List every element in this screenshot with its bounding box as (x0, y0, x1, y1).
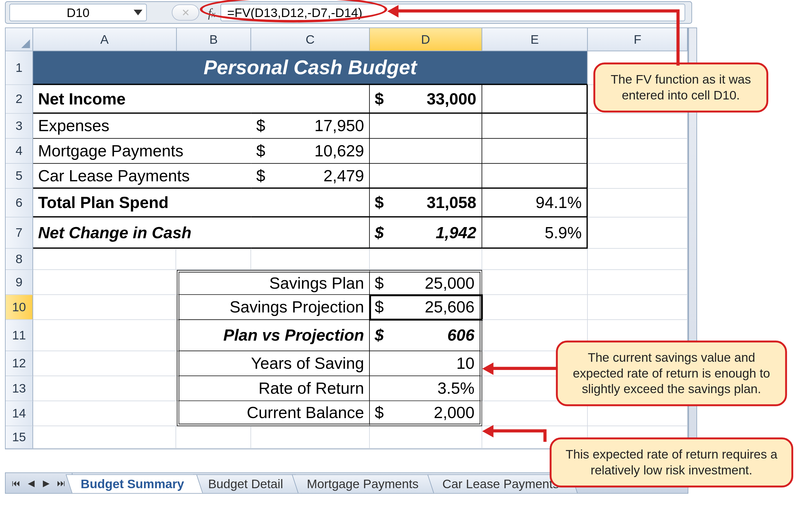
cell-D10[interactable]: $25,606 (370, 295, 482, 320)
row-header-2[interactable]: 2 (6, 85, 33, 114)
cell-F9[interactable] (588, 270, 688, 295)
row-header-3[interactable]: 3 (6, 114, 33, 139)
cell-D2[interactable]: $33,000 (370, 85, 482, 114)
cell-E6[interactable]: 94.1% (482, 189, 588, 217)
row-header-12[interactable]: 12 (6, 351, 33, 376)
cell-A5[interactable]: Car Lease Payments (33, 164, 251, 189)
cell-E9[interactable] (482, 270, 588, 295)
cell-A15[interactable] (33, 426, 177, 449)
cell-C3[interactable]: $17,950 (251, 114, 370, 139)
row-header-6[interactable]: 6 (6, 189, 33, 217)
dollar-sign: $ (256, 166, 265, 185)
row-header-14[interactable]: 14 (6, 401, 33, 426)
fx-icon[interactable]: fx (208, 5, 215, 20)
tab-mortgage-payments[interactable]: Mortgage Payments (291, 474, 437, 493)
cell-D7[interactable]: $1,942 (370, 217, 482, 249)
cell-A14[interactable] (33, 401, 177, 426)
dollar-sign: $ (256, 141, 265, 161)
row-header-8[interactable]: 8 (6, 249, 33, 270)
cell-BC13[interactable]: Rate of Return (177, 376, 370, 401)
col-header-F[interactable]: F (588, 28, 688, 51)
cell-D3[interactable] (370, 114, 482, 139)
cell-F3[interactable] (588, 114, 688, 139)
name-box[interactable]: D10 (9, 4, 147, 21)
cell-D4[interactable] (370, 139, 482, 164)
col-header-A[interactable]: A (33, 28, 177, 51)
cell-F10[interactable] (588, 295, 688, 320)
cell-D11[interactable]: $606 (370, 320, 482, 352)
tab-nav-last-icon[interactable]: ⏭ (54, 476, 68, 490)
row-header-5[interactable]: 5 (6, 164, 33, 189)
cell-D14[interactable]: $2,000 (370, 401, 482, 426)
cell-C15[interactable] (251, 426, 370, 449)
cell-D9[interactable]: $25,000 (370, 270, 482, 295)
cell-BC12[interactable]: Years of Saving (177, 351, 370, 376)
cancel-button[interactable]: ✕ (172, 4, 199, 21)
cell-BC11[interactable]: Plan vs Projection (177, 320, 370, 352)
cell-A9[interactable] (33, 270, 177, 295)
cell-F6[interactable] (588, 189, 688, 217)
cell-A10[interactable] (33, 295, 177, 320)
cell-A11[interactable] (33, 320, 177, 352)
col-header-D[interactable]: D (370, 28, 482, 51)
tab-nav-prev-icon[interactable]: ◀ (24, 476, 38, 490)
cell-A4[interactable]: Mortgage Payments (33, 139, 251, 164)
cell-BC10[interactable]: Savings Projection (177, 295, 370, 320)
cell-B8[interactable] (177, 249, 251, 270)
cell-C2[interactable] (251, 85, 370, 114)
cell-C8[interactable] (251, 249, 370, 270)
cell-E4[interactable] (482, 139, 588, 164)
cell-E8[interactable] (482, 249, 588, 270)
arrow-head-icon (482, 425, 493, 437)
select-all-corner[interactable] (6, 28, 33, 51)
cell-D5[interactable] (370, 164, 482, 189)
col-header-C[interactable]: C (251, 28, 370, 51)
cell-A12[interactable] (33, 351, 177, 376)
cell-F7[interactable] (588, 217, 688, 249)
col-header-B[interactable]: B (177, 28, 251, 51)
row-header-1[interactable]: 1 (6, 51, 33, 85)
cell-A13[interactable] (33, 376, 177, 401)
cell-D13[interactable]: 3.5% (370, 376, 482, 401)
cell-A2[interactable]: Net Income (33, 85, 251, 114)
cell-D8[interactable] (370, 249, 482, 270)
title-cell[interactable]: Personal Cash Budget (33, 51, 588, 85)
cell-F5[interactable] (588, 164, 688, 189)
tab-nav-first-icon[interactable]: ⏮ (9, 476, 23, 490)
cell-A6[interactable]: Total Plan Spend (33, 189, 251, 217)
tab-budget-summary[interactable]: Budget Summary (66, 474, 203, 493)
cell-E5[interactable] (482, 164, 588, 189)
cell-C7[interactable] (251, 217, 370, 249)
tab-budget-detail[interactable]: Budget Detail (193, 474, 301, 493)
cell-BC14[interactable]: Current Balance (177, 401, 370, 426)
cell-E10[interactable] (482, 295, 588, 320)
row-header-4[interactable]: 4 (6, 139, 33, 164)
row-header-13[interactable]: 13 (6, 376, 33, 401)
row-header-10[interactable]: 10 (6, 295, 33, 320)
row-header-7[interactable]: 7 (6, 217, 33, 249)
name-box-dropdown-icon[interactable] (134, 10, 143, 15)
cell-D15[interactable] (370, 426, 482, 449)
row-header-9[interactable]: 9 (6, 270, 33, 295)
cell-E7[interactable]: 5.9% (482, 217, 588, 249)
cell-A3[interactable]: Expenses (33, 114, 251, 139)
cell-E2[interactable] (482, 85, 588, 114)
cell-D12[interactable]: 10 (370, 351, 482, 376)
cell-C4[interactable]: $10,629 (251, 139, 370, 164)
tab-nav-next-icon[interactable]: ▶ (39, 476, 53, 490)
dollar-sign: $ (375, 298, 384, 317)
cell-A8[interactable] (33, 249, 177, 270)
row-header-11[interactable]: 11 (6, 320, 33, 352)
col-header-E[interactable]: E (482, 28, 588, 51)
cell-B15[interactable] (177, 426, 251, 449)
cell-A7[interactable]: Net Change in Cash (33, 217, 251, 249)
cell-E3[interactable] (482, 114, 588, 139)
cell-C5[interactable]: $2,479 (251, 164, 370, 189)
cell-F4[interactable] (588, 139, 688, 164)
column-headers: A B C D E F (6, 28, 688, 51)
row-header-15[interactable]: 15 (6, 426, 33, 449)
cell-C6[interactable] (251, 189, 370, 217)
cell-BC9[interactable]: Savings Plan (177, 270, 370, 295)
cell-F8[interactable] (588, 249, 688, 270)
cell-D6[interactable]: $31,058 (370, 189, 482, 217)
